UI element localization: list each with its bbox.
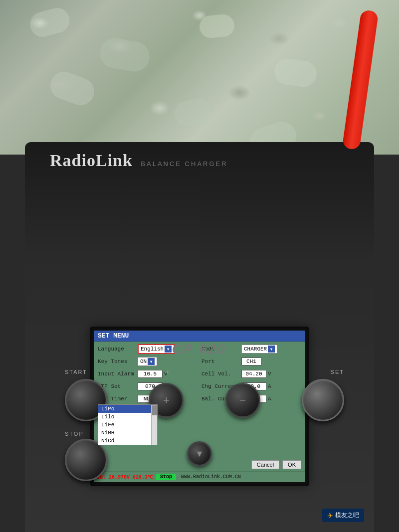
dropdown-arrow-icon: ▼ xyxy=(148,358,155,365)
port-row: Port CH1 xyxy=(201,356,301,367)
stop-label-area: STOP xyxy=(65,429,84,438)
dropdown-item-nicd[interactable]: NiCd xyxy=(98,437,157,445)
battery-type-dropdown-list[interactable]: LiPo Lilo LiFe NiMH NiCd xyxy=(98,404,158,445)
dropdown-arrow-icon: ▼ xyxy=(165,346,172,353)
mode-dropdown[interactable]: CHARGER ▼ xyxy=(241,345,277,354)
ok-button[interactable]: OK xyxy=(282,460,301,469)
start-label: START xyxy=(65,369,87,375)
cancel-button[interactable]: Cancel xyxy=(251,460,279,469)
model-name: CP 620 xyxy=(172,342,227,357)
key-tones-row: Key Tones ON ▼ xyxy=(98,356,198,367)
dropdown-arrow-icon: ▼ xyxy=(268,346,275,353)
language-dropdown[interactable]: English ▼ xyxy=(138,344,175,354)
set-button[interactable] xyxy=(302,379,344,421)
background-texture xyxy=(0,0,399,155)
brand-logo: RadioLink xyxy=(50,151,133,170)
dropdown-item-nimh[interactable]: NiMH xyxy=(98,429,157,437)
dropdown-item-life[interactable]: LiFe xyxy=(98,421,157,429)
screen-title: SET MENU xyxy=(98,332,129,340)
port-value[interactable]: CH1 xyxy=(241,357,261,365)
stone-detail xyxy=(199,13,235,39)
stone-detail xyxy=(173,96,214,129)
minus-button[interactable]: − xyxy=(225,383,260,418)
key-tones-dropdown[interactable]: ON ▼ xyxy=(138,357,157,366)
watermark-icon: ✈ xyxy=(327,512,333,520)
dropdown-item-lipo[interactable]: LiPo xyxy=(98,405,157,413)
set-label: SET xyxy=(331,369,344,375)
port-label: Port xyxy=(201,358,241,364)
down-nav-button[interactable]: ▼ xyxy=(187,441,212,466)
status-stop-badge: Stop xyxy=(156,474,176,480)
stone-detail xyxy=(98,36,152,74)
device-body: RadioLink Balance Charger SET MENU Langu… xyxy=(25,142,374,532)
mode-value: CHARGER xyxy=(244,346,267,352)
status-url: WWW.RadioLink.COM.CN xyxy=(181,474,241,480)
key-tones-value: ON xyxy=(140,358,147,364)
minus-label: - xyxy=(249,369,252,375)
status-input-reading: IN: 26.978V 026.3℃ xyxy=(97,474,153,480)
scrollbar-thumb xyxy=(152,405,157,415)
brand-subtitle: Balance Charger xyxy=(141,160,227,168)
brand-area: RadioLink Balance Charger xyxy=(50,151,228,170)
language-label: Language xyxy=(98,346,138,352)
watermark-badge: ✈ 模友之吧 xyxy=(322,509,364,522)
status-bar: IN: 26.978V 026.3℃ Stop WWW.RadioLink.CO… xyxy=(94,471,305,482)
stop-label: STOP xyxy=(65,431,84,437)
top-button-labels: START + - SET xyxy=(65,369,344,375)
screen-title-bar: SET MENU xyxy=(94,331,305,342)
key-tones-label: Key Tones xyxy=(98,358,138,364)
action-buttons: Cancel OK xyxy=(251,460,301,469)
language-value: English xyxy=(141,346,164,352)
dropdown-scrollbar[interactable] xyxy=(151,405,157,445)
stone-detail xyxy=(27,5,72,39)
stone-detail xyxy=(46,68,98,109)
watermark-text: 模友之吧 xyxy=(335,511,359,520)
dropdown-item-lilo[interactable]: Lilo xyxy=(98,413,157,421)
stone-detail xyxy=(273,57,318,88)
plus-label: + xyxy=(166,369,170,375)
